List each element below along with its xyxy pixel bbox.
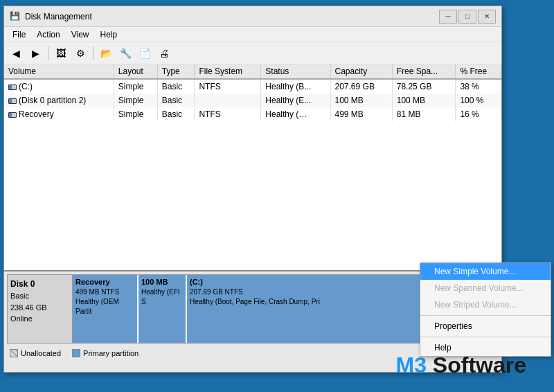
context-menu-sep2 bbox=[420, 337, 551, 337]
partition-recovery-status: Healthy (OEM Partit bbox=[75, 297, 134, 317]
cell-free-c: 78.25 GB bbox=[392, 79, 456, 93]
col-pctfree: % Free bbox=[456, 64, 501, 79]
cell-pct-c: 38 % bbox=[456, 79, 501, 93]
disk-management-window: 💾 Disk Management ─ □ ✕ File Action View… bbox=[3, 6, 502, 373]
legend-primary-icon bbox=[72, 349, 80, 357]
cell-status-c: Healthy (B... bbox=[261, 79, 330, 93]
disk-type: Basic bbox=[10, 290, 69, 302]
toolbar-print[interactable]: 🖨 bbox=[155, 44, 173, 62]
col-layout: Layout bbox=[114, 64, 157, 79]
cell-type-c: Basic bbox=[157, 79, 195, 93]
cell-status-rec: Healthy (… bbox=[261, 107, 330, 121]
context-menu-new-striped: New Striped Volume... bbox=[420, 296, 551, 313]
partition-efi-status: Healthy (EFI S bbox=[141, 287, 183, 307]
menu-help[interactable]: Help bbox=[95, 28, 123, 41]
cell-layout-d0p2: Simple bbox=[114, 93, 157, 107]
partition-efi[interactable]: 100 MB Healthy (EFI S bbox=[138, 275, 187, 343]
partition-efi-name: 100 MB bbox=[141, 277, 183, 287]
cell-layout-c: Simple bbox=[114, 79, 157, 93]
disk-label: Disk 0 Basic 238.46 GB Online bbox=[7, 274, 73, 344]
volumes-table: Volume Layout Type File System Status Ca… bbox=[4, 64, 501, 121]
col-volume: Volume bbox=[4, 64, 114, 79]
cell-status-d0p2: Healthy (E... bbox=[261, 93, 330, 107]
table-row[interactable]: (Disk 0 partition 2) Simple Basic Health… bbox=[4, 93, 501, 107]
context-menu-properties[interactable]: Properties bbox=[420, 318, 551, 335]
maximize-button[interactable]: □ bbox=[458, 10, 476, 24]
close-button[interactable]: ✕ bbox=[478, 10, 496, 24]
context-menu: New Simple Volume... New Spanned Volume.… bbox=[420, 262, 551, 357]
table-area: Volume Layout Type File System Status Ca… bbox=[4, 64, 501, 271]
toolbar-back[interactable]: ◀ bbox=[7, 44, 25, 62]
cell-free-rec: 81 MB bbox=[392, 107, 456, 121]
partition-c-size: 207.69 GB NTFS bbox=[190, 287, 431, 297]
cell-type-rec: Basic bbox=[157, 107, 195, 121]
title-bar: 💾 Disk Management ─ □ ✕ bbox=[4, 6, 501, 27]
toolbar-separator-1 bbox=[48, 46, 48, 60]
partition-c[interactable]: (C:) 207.69 GB NTFS Healthy (Boot, Page … bbox=[187, 275, 436, 343]
legend-primary-label: Primary partition bbox=[83, 349, 138, 357]
toolbar-wrench[interactable]: 🔧 bbox=[116, 44, 134, 62]
col-status: Status bbox=[261, 64, 330, 79]
cell-fs-rec: NTFS bbox=[195, 107, 261, 121]
cell-fs-c: NTFS bbox=[195, 79, 261, 93]
cell-volume-rec: Recovery bbox=[4, 107, 114, 121]
cell-capacity-d0p2: 100 MB bbox=[330, 93, 392, 107]
disk-name: Disk 0 bbox=[10, 278, 69, 290]
menu-bar: File Action View Help bbox=[4, 27, 501, 42]
title-bar-buttons: ─ □ ✕ bbox=[439, 10, 496, 24]
toolbar-doc[interactable]: 📄 bbox=[136, 44, 154, 62]
table-header-row: Volume Layout Type File System Status Ca… bbox=[4, 64, 501, 79]
col-type: Type bbox=[157, 64, 195, 79]
menu-view[interactable]: View bbox=[66, 28, 95, 41]
toolbar-open[interactable]: 📂 bbox=[97, 44, 115, 62]
context-menu-sep1 bbox=[420, 315, 551, 316]
legend-unallocated-label: Unallocated bbox=[21, 349, 61, 357]
partition-recovery[interactable]: Recovery 499 MB NTFS Healthy (OEM Partit bbox=[73, 275, 138, 343]
disk-status: Online bbox=[10, 313, 69, 325]
legend-unallocated: Unallocated bbox=[10, 349, 61, 357]
toolbar-forward[interactable]: ▶ bbox=[26, 44, 44, 62]
window-title: Disk Management bbox=[25, 12, 439, 21]
context-menu-help[interactable]: Help bbox=[420, 339, 551, 356]
toolbar: ◀ ▶ 🖼 ⚙ 📂 🔧 📄 🖨 bbox=[4, 42, 501, 64]
cell-layout-rec: Simple bbox=[114, 107, 157, 121]
toolbar-settings[interactable]: ⚙ bbox=[71, 44, 89, 62]
partition-recovery-size: 499 MB NTFS bbox=[75, 287, 134, 297]
menu-file[interactable]: File bbox=[7, 28, 31, 41]
cell-type-d0p2: Basic bbox=[157, 93, 195, 107]
cell-volume-d0p2: (Disk 0 partition 2) bbox=[4, 93, 114, 107]
cell-pct-rec: 16 % bbox=[456, 107, 501, 121]
partition-recovery-name: Recovery bbox=[75, 277, 134, 287]
cell-pct-d0p2: 100 % bbox=[456, 93, 501, 107]
cell-capacity-c: 207.69 GB bbox=[330, 79, 392, 93]
table-row[interactable]: (C:) Simple Basic NTFS Healthy (B... 207… bbox=[4, 79, 501, 93]
toolbar-separator-2 bbox=[93, 46, 93, 60]
window-icon: 💾 bbox=[10, 11, 21, 22]
col-filesystem: File System bbox=[195, 64, 261, 79]
cell-volume-c: (C:) bbox=[4, 79, 114, 93]
context-menu-new-spanned: New Spanned Volume... bbox=[420, 280, 551, 296]
partition-c-status: Healthy (Boot, Page File, Crash Dump, Pr… bbox=[190, 297, 431, 307]
table-row[interactable]: Recovery Simple Basic NTFS Healthy (… 49… bbox=[4, 107, 501, 121]
legend-primary: Primary partition bbox=[72, 349, 138, 357]
toolbar-snapshot[interactable]: 🖼 bbox=[52, 44, 70, 62]
partition-c-name: (C:) bbox=[190, 277, 431, 287]
menu-action[interactable]: Action bbox=[31, 28, 65, 41]
col-freespace: Free Spa... bbox=[392, 64, 456, 79]
col-capacity: Capacity bbox=[330, 64, 392, 79]
disk-size: 238.46 GB bbox=[10, 302, 69, 314]
cell-fs-d0p2 bbox=[195, 93, 261, 107]
minimize-button[interactable]: ─ bbox=[439, 10, 457, 24]
context-menu-new-simple[interactable]: New Simple Volume... bbox=[420, 263, 551, 280]
legend-unallocated-icon bbox=[10, 349, 18, 357]
cell-capacity-rec: 499 MB bbox=[330, 107, 392, 121]
cell-free-d0p2: 100 MB bbox=[392, 93, 456, 107]
